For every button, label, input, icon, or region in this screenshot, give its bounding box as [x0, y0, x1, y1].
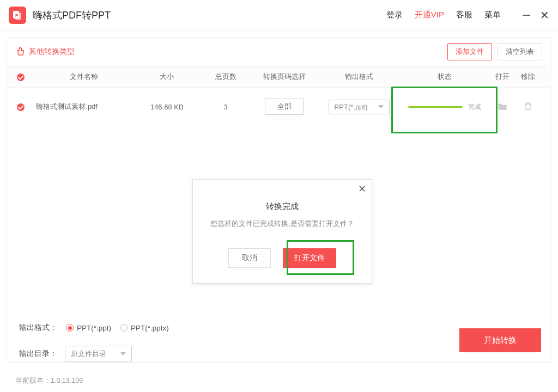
- main-panel: 其他转换类型 添加文件 清空列表 文件名称 大小 总页数 转换页码选择 输出格式…: [7, 37, 551, 363]
- row-output-format-select[interactable]: PPT(*.ppt): [329, 100, 390, 114]
- dialog-title: 转换完成: [206, 201, 359, 212]
- col-remove: 移除: [515, 72, 541, 82]
- titlebar: P 嗨格式PDF转PPT 登录 开通VIP 客服 菜单 ✕: [0, 0, 558, 30]
- col-filename: 文件名称: [36, 72, 132, 82]
- select-all-checkbox[interactable]: [17, 74, 25, 81]
- row-pages: 3: [202, 103, 250, 111]
- table-header: 文件名称 大小 总页数 转换页码选择 输出格式 状态 打开 移除: [7, 66, 551, 88]
- vip-link[interactable]: 开通VIP: [415, 10, 444, 20]
- service-link[interactable]: 客服: [456, 10, 472, 20]
- clear-list-button[interactable]: 清空列表: [498, 43, 542, 60]
- radio-ppt[interactable]: PPT(*.ppt): [66, 324, 111, 332]
- radio-dot-icon: [120, 324, 128, 332]
- output-dir-label: 输出目录：: [19, 349, 57, 359]
- app-title: 嗨格式PDF转PPT: [33, 9, 111, 22]
- other-types-label: 其他转换类型: [29, 47, 75, 57]
- window-minimize-icon[interactable]: [523, 15, 530, 16]
- add-files-button[interactable]: 添加文件: [447, 43, 492, 60]
- row-size: 146.68 KB: [132, 103, 202, 111]
- row-checkbox[interactable]: [17, 103, 25, 111]
- table-row: 嗨格式测试素材.pdf 146.68 KB 3 全部 PPT(*.ppt) 完成: [7, 88, 551, 126]
- radio-pptx[interactable]: PPT(*.pptx): [120, 324, 169, 332]
- menu-link[interactable]: 菜单: [484, 10, 501, 20]
- version-value: 1.0.13.109: [51, 377, 83, 384]
- dialog-cancel-button[interactable]: 取消: [228, 248, 271, 268]
- thumb-icon: [16, 47, 26, 57]
- chevron-down-icon: [120, 352, 126, 356]
- start-convert-button[interactable]: 开始转换: [459, 328, 541, 352]
- col-status: 状态: [399, 72, 490, 82]
- radio-dot-checked-icon: [66, 324, 74, 332]
- col-pagesel: 转换页码选择: [250, 72, 319, 82]
- row-filename: 嗨格式测试素材.pdf: [36, 102, 132, 112]
- col-size: 大小: [132, 72, 202, 82]
- other-convert-types[interactable]: 其他转换类型: [16, 47, 75, 57]
- trash-icon[interactable]: [524, 105, 532, 113]
- folder-icon[interactable]: [498, 104, 507, 112]
- col-outfmt: 输出格式: [319, 72, 399, 82]
- col-pages: 总页数: [202, 72, 250, 82]
- dialog-message: 您选择的文件已完成转换,是否需要打开文件？: [206, 219, 359, 229]
- progress-bar: [408, 106, 463, 108]
- app-logo: P: [9, 7, 26, 24]
- output-format-label: 输出格式：: [19, 323, 57, 333]
- pagesel-button[interactable]: 全部: [265, 99, 304, 115]
- svg-text:P: P: [15, 13, 19, 18]
- chevron-down-icon: [378, 105, 384, 108]
- version-label: 当前版本：: [15, 376, 51, 385]
- dialog-open-file-button[interactable]: 打开文件: [283, 248, 336, 268]
- login-link[interactable]: 登录: [386, 10, 403, 20]
- window-close-icon[interactable]: ✕: [540, 10, 549, 21]
- output-dir-select[interactable]: 原文件目录: [65, 346, 132, 362]
- status-text: 完成: [468, 102, 481, 112]
- footer: 当前版本： 1.0.13.109: [0, 369, 558, 392]
- dialog-close-icon[interactable]: ✕: [358, 184, 366, 194]
- conversion-complete-dialog: ✕ 转换完成 您选择的文件已完成转换,是否需要打开文件？ 取消 打开文件: [192, 179, 372, 284]
- col-open: 打开: [490, 72, 515, 82]
